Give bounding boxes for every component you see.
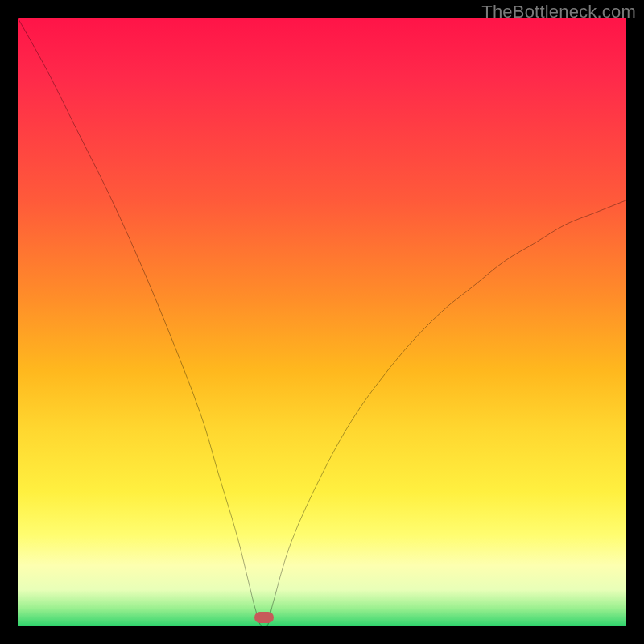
curve-path [18, 18, 626, 630]
plot-area [18, 18, 626, 626]
optimum-marker [254, 612, 274, 623]
bottleneck-curve [18, 18, 626, 626]
watermark-text: TheBottleneck.com [481, 2, 636, 23]
chart-frame: TheBottleneck.com [0, 0, 644, 644]
